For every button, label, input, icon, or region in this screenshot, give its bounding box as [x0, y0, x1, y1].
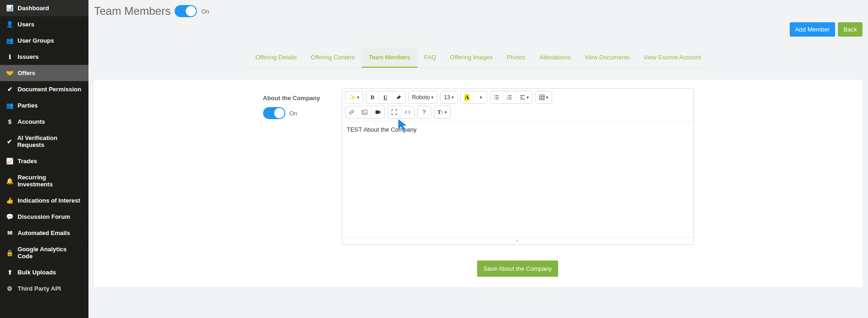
upload-icon: ⬆ — [6, 269, 13, 276]
sidebar-item-label: Bulk Uploads — [18, 269, 56, 276]
underline-button[interactable]: U — [379, 91, 392, 103]
font-size-select[interactable]: 13▾ — [440, 91, 457, 103]
svg-rect-13 — [520, 97, 522, 97]
check-icon: ✔ — [6, 138, 13, 145]
user-icon: 👤 — [6, 21, 13, 28]
code-icon — [405, 109, 410, 115]
svg-rect-3 — [496, 97, 499, 97]
svg-rect-22 — [375, 110, 379, 114]
thumb-icon: 👍 — [6, 197, 13, 204]
sidebar: 📊Dashboard 👤Users 👥User Groups ℹIssuers … — [0, 0, 88, 318]
sidebar-item-indications-of-interest[interactable]: 👍Indications of Interest — [0, 192, 88, 209]
sidebar-item-third-party-api[interactable]: ⚙Third Party API — [0, 280, 88, 297]
editor-textarea[interactable]: TEST About the Company — [342, 121, 693, 237]
page-title: Team Members — [94, 5, 170, 18]
video-button[interactable] — [371, 106, 384, 118]
tab-view-escrow-account[interactable]: View Escrow Account — [637, 48, 708, 68]
resize-handle[interactable]: ≡ — [342, 237, 693, 244]
expand-icon — [391, 109, 397, 115]
tab-team-members[interactable]: Team Members — [362, 48, 417, 68]
table-icon — [539, 95, 545, 100]
add-member-button[interactable]: Add Member — [790, 22, 835, 37]
comment-icon: 💬 — [6, 213, 13, 220]
chart-icon: 📈 — [6, 158, 13, 165]
sidebar-item-label: Third Party API — [18, 285, 61, 292]
top-actions: Add Member Back — [94, 22, 862, 45]
ol-icon: 123 — [507, 95, 512, 100]
font-family-select[interactable]: Roboto▾ — [409, 91, 437, 103]
team-members-toggle-label: On — [201, 8, 209, 15]
gear-icon: ⚙ — [6, 285, 13, 292]
sidebar-item-ai-verification[interactable]: ✔AI Verification Requests — [0, 130, 88, 153]
sidebar-item-issuers[interactable]: ℹIssuers — [0, 49, 88, 65]
sidebar-item-user-groups[interactable]: 👥User Groups — [0, 32, 88, 49]
font-color-button[interactable]: A — [461, 91, 474, 103]
sidebar-item-label: Issuers — [18, 53, 39, 60]
sidebar-item-parties[interactable]: 👥Parties — [0, 97, 88, 114]
heading-button[interactable]: T↕▾ — [434, 106, 451, 118]
align-button[interactable]: ▾ — [516, 91, 532, 103]
sidebar-item-label: Users — [18, 21, 34, 28]
sidebar-item-label: Indications of Interest — [18, 197, 80, 204]
svg-rect-14 — [520, 99, 525, 99]
page-header: Team Members On — [94, 0, 862, 23]
tab-offering-content[interactable]: Offering Content — [304, 48, 362, 68]
video-icon — [375, 109, 381, 115]
erase-button[interactable] — [392, 91, 405, 103]
lock-icon: 🔒 — [6, 249, 13, 256]
font-size-value: 13 — [444, 94, 450, 101]
ol-button[interactable]: 123 — [503, 91, 516, 103]
sidebar-item-offers[interactable]: 🤝Offers — [0, 65, 88, 81]
content-panel: About the Company On ✨▾ B U — [94, 80, 862, 287]
editor-content: TEST About the Company — [347, 126, 417, 133]
svg-text:3: 3 — [507, 98, 508, 100]
codeview-button[interactable] — [401, 106, 414, 118]
image-button[interactable] — [359, 106, 371, 118]
link-button[interactable] — [346, 106, 359, 118]
sidebar-item-bulk-uploads[interactable]: ⬆Bulk Uploads — [0, 264, 88, 280]
svg-point-2 — [494, 97, 495, 98]
ul-button[interactable] — [491, 91, 503, 103]
svg-point-4 — [494, 99, 495, 100]
sidebar-item-label: Parties — [18, 102, 38, 109]
tab-photos[interactable]: Photos — [500, 48, 532, 68]
tab-faq[interactable]: FAQ — [417, 48, 443, 68]
font-color-dropdown[interactable]: ▾ — [474, 91, 487, 103]
back-button[interactable]: Back — [838, 22, 862, 37]
bold-button[interactable]: B — [366, 91, 379, 103]
svg-rect-1 — [496, 95, 499, 96]
sidebar-item-document-permission[interactable]: ✔Document Permission — [0, 81, 88, 97]
image-icon — [362, 109, 367, 115]
rich-text-editor: ✨▾ B U Roboto▾ 13▾ A ▾ — [342, 88, 694, 245]
tab-attestations[interactable]: Attestations — [532, 48, 578, 68]
sidebar-item-dashboard[interactable]: 📊Dashboard — [0, 0, 88, 16]
font-family-value: Roboto — [412, 94, 430, 101]
sidebar-item-users[interactable]: 👤Users — [0, 16, 88, 32]
sidebar-item-label: Google Analytics Code — [18, 246, 82, 260]
magic-button[interactable]: ✨▾ — [346, 91, 363, 103]
tab-offering-details[interactable]: Offering Details — [248, 48, 303, 68]
svg-rect-12 — [520, 95, 525, 96]
save-about-company-button[interactable]: Save About the Company — [477, 261, 558, 277]
help-button[interactable]: ? — [418, 106, 431, 118]
team-members-toggle[interactable] — [175, 5, 197, 17]
tab-offering-images[interactable]: Offering Images — [443, 48, 500, 68]
sidebar-item-accounts[interactable]: $Accounts — [0, 114, 88, 130]
link-icon — [349, 109, 354, 115]
sidebar-item-recurring-investments[interactable]: 🔔Recurring Investments — [0, 169, 88, 192]
table-button[interactable]: ▾ — [536, 91, 552, 103]
eraser-icon — [396, 95, 402, 100]
section-title: About the Company — [263, 95, 342, 102]
svg-point-0 — [494, 95, 495, 96]
sidebar-item-google-analytics[interactable]: 🔒Google Analytics Code — [0, 241, 88, 264]
dashboard-icon: 📊 — [6, 5, 13, 12]
sidebar-item-trades[interactable]: 📈Trades — [0, 153, 88, 169]
handshake-icon: 🤝 — [6, 70, 13, 76]
fullscreen-button[interactable] — [388, 106, 401, 118]
sidebar-item-discussion-forum[interactable]: 💬Discussion Forum — [0, 209, 88, 225]
sidebar-item-automated-emails[interactable]: ✉Automated Emails — [0, 225, 88, 241]
check-icon: ✔ — [6, 86, 13, 93]
sidebar-item-label: Discussion Forum — [18, 213, 70, 220]
about-company-toggle[interactable] — [263, 107, 285, 119]
tab-view-documents[interactable]: View Documents — [578, 48, 636, 68]
